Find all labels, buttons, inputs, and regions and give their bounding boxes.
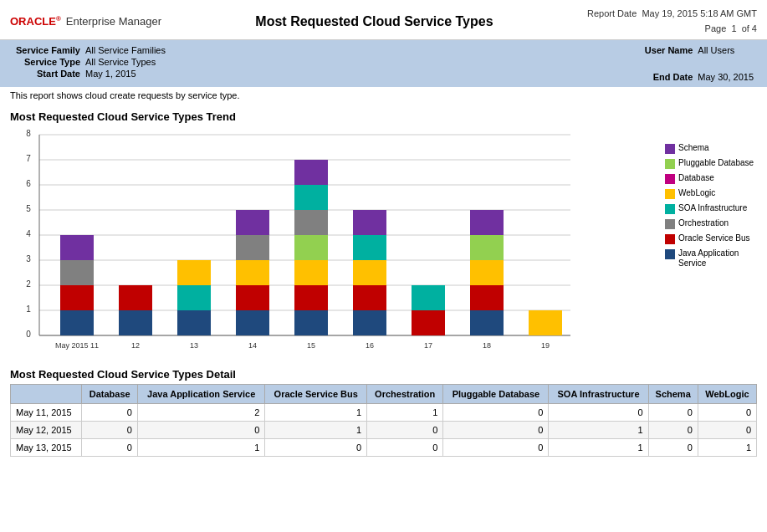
svg-rect-53	[412, 285, 445, 310]
filter-left: Service Family All Service Families Serv…	[13, 45, 166, 82]
svg-rect-38	[294, 310, 328, 335]
page-number: 1	[731, 23, 736, 33]
cell-value: 0	[443, 422, 549, 439]
detail-table: Database Java Application Service Oracle…	[10, 384, 757, 457]
svg-rect-32	[236, 310, 269, 335]
table-header-row: Database Java Application Service Oracle…	[11, 385, 757, 404]
cell-value: 0	[82, 439, 137, 457]
legend-item-soa: SOA Infrastructure	[665, 203, 757, 214]
cell-value: 0	[367, 439, 443, 457]
filter-bar: Service Family All Service Families Serv…	[0, 40, 767, 87]
cell-value: 1	[698, 439, 756, 457]
col-database: Database	[82, 385, 137, 404]
cell-value: 0	[648, 404, 698, 422]
database-color	[665, 174, 675, 184]
end-date-label: End Date	[626, 72, 693, 82]
cell-value: 0	[265, 439, 367, 457]
col-schema: Schema	[648, 385, 698, 404]
svg-rect-52	[412, 310, 445, 335]
svg-rect-36	[236, 210, 269, 235]
legend-item-pluggable: Pluggable Database	[665, 158, 757, 169]
legend-item-java: Java Application Service	[665, 248, 757, 269]
cell-value: 0	[648, 439, 698, 457]
col-soa: SOA Infrastructure	[549, 385, 648, 404]
cell-value: 1	[265, 404, 367, 422]
oracle-logo: ORACLE®	[10, 15, 61, 28]
page-header: ORACLE® Enterprise Manager Most Requeste…	[0, 0, 767, 40]
chart-section-title: Most Requested Cloud Service Types Trend	[0, 104, 767, 126]
cell-value: 1	[549, 422, 648, 439]
legend-label-java: Java Application Service	[678, 248, 757, 269]
cell-value: 0	[648, 422, 698, 439]
start-date-label: Start Date	[13, 69, 80, 79]
cell-value: 0	[367, 422, 443, 439]
cell-date: May 13, 2015	[11, 439, 82, 457]
svg-rect-43	[294, 185, 328, 210]
svg-rect-30	[177, 260, 211, 285]
java-color	[665, 249, 675, 259]
cell-value: 0	[698, 422, 756, 439]
legend-label-pluggable: Pluggable Database	[678, 158, 754, 168]
cell-value: 0	[82, 404, 137, 422]
service-type-label: Service Type	[13, 57, 80, 67]
chart-legend: Schema Pluggable Database Database WebLo…	[665, 126, 757, 355]
em-label: Enterprise Manager	[66, 15, 161, 28]
cell-value: 0	[82, 422, 137, 439]
report-date-label: Report Date	[587, 8, 637, 18]
cell-value: 0	[549, 404, 648, 422]
svg-text:1: 1	[26, 304, 31, 314]
svg-rect-44	[294, 160, 328, 185]
page-label: Page	[705, 23, 727, 33]
pluggable-color	[665, 159, 675, 169]
cell-date: May 12, 2015	[11, 422, 82, 439]
report-description: This report shows cloud create requests …	[0, 87, 767, 104]
svg-rect-28	[177, 310, 211, 335]
svg-rect-59	[470, 210, 504, 235]
svg-text:3: 3	[26, 254, 31, 263]
legend-item-weblogic: WebLogic	[665, 188, 757, 199]
chart-area: 0 1 2 3 4 5 6 7 8	[10, 126, 657, 355]
legend-label-osb: Oracle Service Bus	[678, 233, 750, 243]
svg-rect-56	[470, 285, 504, 310]
svg-rect-20	[60, 310, 94, 335]
svg-rect-50	[353, 210, 386, 235]
schema-color	[665, 144, 675, 154]
svg-text:6: 6	[26, 179, 31, 188]
osb-color	[665, 234, 675, 244]
cell-value: 0	[443, 439, 549, 457]
svg-rect-61	[529, 310, 562, 335]
legend-label-database: Database	[678, 173, 714, 183]
svg-text:14: 14	[248, 341, 257, 350]
col-orchestration: Orchestration	[367, 385, 443, 404]
col-date	[11, 385, 82, 404]
table-row: May 11, 201502110000	[11, 404, 757, 422]
table-container: Database Java Application Service Oracle…	[0, 384, 767, 467]
svg-text:13: 13	[190, 341, 198, 350]
svg-rect-42	[294, 210, 328, 235]
cell-value: 1	[549, 439, 648, 457]
orchestration-color	[665, 219, 675, 229]
legend-item-orchestration: Orchestration	[665, 218, 757, 229]
legend-label-orchestration: Orchestration	[678, 218, 729, 228]
cell-value: 0	[137, 422, 265, 439]
svg-text:0: 0	[26, 330, 31, 339]
legend-item-schema: Schema	[665, 143, 757, 154]
svg-text:2: 2	[26, 279, 31, 289]
bar-chart: 0 1 2 3 4 5 6 7 8	[10, 126, 579, 352]
soa-color	[665, 204, 675, 214]
svg-text:May 2015 11: May 2015 11	[55, 341, 99, 350]
svg-rect-58	[470, 235, 504, 260]
cell-value: 1	[367, 404, 443, 422]
svg-rect-48	[353, 260, 386, 285]
svg-rect-34	[236, 260, 269, 285]
svg-text:5: 5	[26, 204, 31, 213]
svg-text:19: 19	[541, 341, 550, 350]
page-title: Most Requested Cloud Service Types	[161, 14, 587, 29]
user-name-label: User Name	[626, 45, 693, 55]
page-of: of 4	[742, 23, 757, 33]
svg-rect-39	[294, 285, 328, 310]
table-row: May 12, 201500100100	[11, 422, 757, 439]
cell-value: 1	[265, 422, 367, 439]
legend-label-soa: SOA Infrastructure	[678, 203, 747, 213]
cell-value: 1	[137, 439, 265, 457]
